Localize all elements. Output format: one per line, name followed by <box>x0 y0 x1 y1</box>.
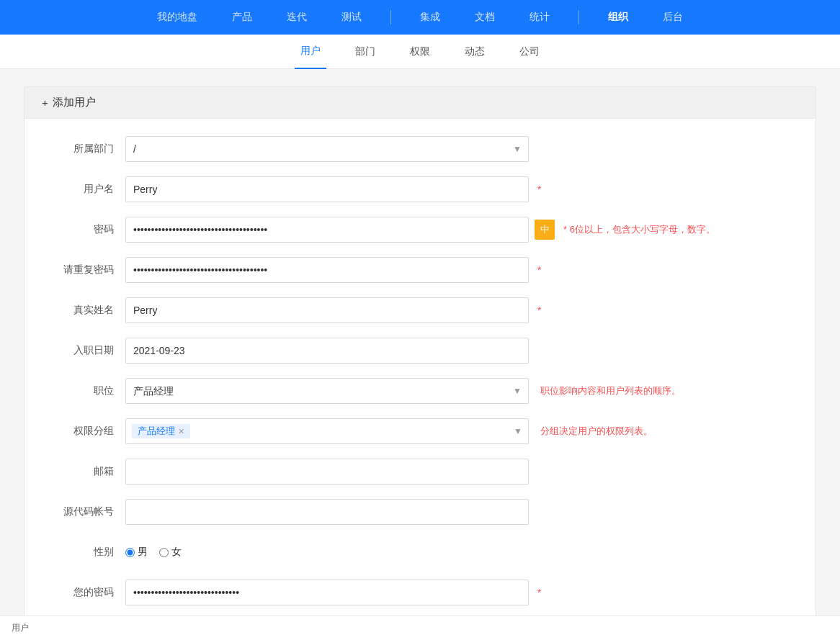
gender-male-label: 男 <box>138 546 148 559</box>
email-label: 邮箱 <box>53 465 125 478</box>
nav-stats[interactable]: 统计 <box>524 8 555 27</box>
permission-tag: 产品经理 ✕ <box>132 424 190 438</box>
confirm-password-required: * <box>537 264 541 276</box>
divider-1 <box>390 10 391 24</box>
username-label: 用户名 <box>53 183 125 196</box>
username-control: * <box>125 176 787 202</box>
department-select[interactable]: / <box>125 136 529 162</box>
my-password-input[interactable] <box>125 580 529 605</box>
department-select-wrapper: / ▼ <box>125 136 529 162</box>
join-date-control <box>125 338 787 364</box>
permission-tag-input[interactable]: 产品经理 ✕ ▼ <box>125 418 529 444</box>
nav-product[interactable]: 产品 <box>226 8 258 27</box>
nav-my-space[interactable]: 我的地盘 <box>151 8 203 27</box>
password-row: 密码 中 * 6位以上，包含大小写字母，数字。 <box>53 217 787 243</box>
gender-female-radio[interactable] <box>159 548 169 557</box>
section-title: 添加用户 <box>53 96 96 109</box>
password-input[interactable] <box>125 217 529 243</box>
permission-tag-close[interactable]: ✕ <box>178 427 184 436</box>
my-password-required: * <box>537 587 541 598</box>
confirm-password-label: 请重复密码 <box>53 263 125 276</box>
nav-test[interactable]: 测试 <box>336 8 367 27</box>
permission-label: 权限分组 <box>53 425 125 438</box>
subnav-company[interactable]: 公司 <box>514 35 545 69</box>
bottom-bar: 用户 <box>0 616 840 640</box>
real-name-control: * <box>125 297 787 323</box>
password-strength-badge: 中 <box>535 220 555 240</box>
email-control <box>125 459 787 484</box>
join-date-row: 入职日期 <box>53 338 787 364</box>
gender-male-option[interactable]: 男 <box>125 546 148 559</box>
subnav-activity[interactable]: 动态 <box>459 35 491 69</box>
department-label: 所属部门 <box>53 143 125 156</box>
position-control: 产品经理 ▼ 职位影响内容和用户列表的顺序。 <box>125 378 787 404</box>
department-row: 所属部门 / ▼ <box>53 136 787 162</box>
subnav-permissions[interactable]: 权限 <box>404 35 436 69</box>
my-password-row: 您的密码 * <box>53 580 787 605</box>
username-row: 用户名 * <box>53 176 787 202</box>
add-user-form: 所属部门 / ▼ 用户名 * 密码 中 <box>24 119 816 640</box>
permission-hint: 分组决定用户的权限列表。 <box>540 425 653 438</box>
gender-control: 男 女 <box>125 546 787 559</box>
position-row: 职位 产品经理 ▼ 职位影响内容和用户列表的顺序。 <box>53 378 787 404</box>
permission-control: 产品经理 ✕ ▼ 分组决定用户的权限列表。 <box>125 418 787 444</box>
join-date-label: 入职日期 <box>53 344 125 357</box>
my-password-control: * <box>125 580 787 605</box>
real-name-row: 真实姓名 * <box>53 297 787 323</box>
username-required: * <box>537 184 541 195</box>
department-control: / ▼ <box>125 136 787 162</box>
nav-iteration[interactable]: 迭代 <box>281 8 313 27</box>
gender-male-radio[interactable] <box>125 548 135 557</box>
code-account-label: 源代码帐号 <box>53 505 125 518</box>
bottom-label: 用户 <box>12 623 29 633</box>
gender-row: 性别 男 女 <box>53 539 787 565</box>
nav-docs[interactable]: 文档 <box>469 8 501 27</box>
gender-female-label: 女 <box>171 546 182 559</box>
nav-backend[interactable]: 后台 <box>657 8 689 27</box>
main-content: + 添加用户 所属部门 / ▼ 用户名 * <box>24 86 816 640</box>
code-account-control <box>125 499 787 525</box>
my-password-label: 您的密码 <box>53 586 125 599</box>
password-hint: * 6位以上，包含大小写字母，数字。 <box>563 223 715 236</box>
password-label: 密码 <box>53 223 125 236</box>
password-control: 中 * 6位以上，包含大小写字母，数字。 <box>125 217 787 243</box>
divider-2 <box>578 10 579 24</box>
permission-row: 权限分组 产品经理 ✕ ▼ 分组决定用户的权限列表。 <box>53 418 787 444</box>
permission-dropdown-arrow: ▼ <box>514 426 522 436</box>
position-select-wrapper: 产品经理 ▼ <box>125 378 529 404</box>
nav-org[interactable]: 组织 <box>602 8 634 27</box>
sub-navigation: 用户 部门 权限 动态 公司 <box>0 35 840 69</box>
real-name-input[interactable] <box>125 297 529 323</box>
position-select[interactable]: 产品经理 <box>125 378 529 404</box>
confirm-password-input[interactable] <box>125 257 529 283</box>
email-input[interactable] <box>125 459 529 484</box>
confirm-password-control: * <box>125 257 787 283</box>
code-account-input[interactable] <box>125 499 529 525</box>
position-label: 职位 <box>53 384 125 397</box>
gender-radio-group: 男 女 <box>125 546 182 559</box>
top-navigation: 我的地盘 产品 迭代 测试 集成 文档 统计 组织 后台 <box>0 0 840 35</box>
confirm-password-row: 请重复密码 * <box>53 257 787 283</box>
nav-integration[interactable]: 集成 <box>414 8 446 27</box>
join-date-input[interactable] <box>125 338 529 364</box>
gender-label: 性别 <box>53 546 125 559</box>
code-account-row: 源代码帐号 <box>53 499 787 525</box>
subnav-departments[interactable]: 部门 <box>349 35 381 69</box>
gender-female-option[interactable]: 女 <box>159 546 182 559</box>
permission-tag-label: 产品经理 <box>138 425 175 438</box>
username-input[interactable] <box>125 176 529 202</box>
real-name-required: * <box>537 305 541 316</box>
plus-icon: + <box>42 96 48 109</box>
position-hint: 职位影响内容和用户列表的顺序。 <box>540 384 681 397</box>
subnav-users[interactable]: 用户 <box>295 35 326 69</box>
section-header: + 添加用户 <box>24 87 816 119</box>
real-name-label: 真实姓名 <box>53 304 125 317</box>
email-row: 邮箱 <box>53 459 787 484</box>
